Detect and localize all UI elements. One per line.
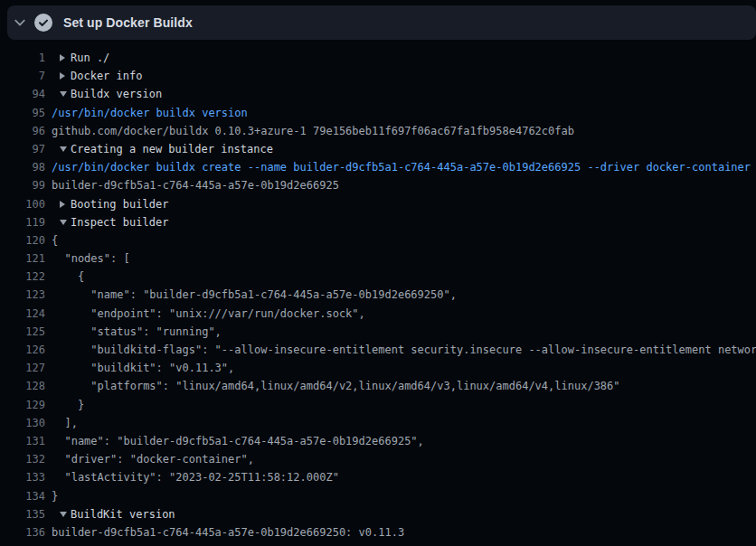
line-number-link[interactable]: 128 bbox=[0, 377, 45, 395]
output-text: "driver": "docker-container", bbox=[52, 450, 254, 468]
log-group-toggle[interactable]: Run ./ bbox=[45, 49, 756, 67]
output-text: "buildkitd-flags": "--allow-insecure-ent… bbox=[52, 341, 756, 359]
output-text: "status": "running", bbox=[52, 323, 222, 341]
output-text: { bbox=[52, 231, 58, 249]
triangle-glyph bbox=[60, 201, 65, 208]
log-line: 132 "driver": "docker-container", bbox=[0, 450, 756, 468]
group-title: Creating a new builder instance bbox=[71, 140, 273, 158]
command-text: /usr/bin/docker buildx version bbox=[52, 104, 248, 122]
output-text: "lastActivity": "2023-02-25T11:58:12.000… bbox=[52, 468, 339, 486]
line-number-link[interactable]: 94 bbox=[0, 85, 45, 103]
log-text-line: } bbox=[45, 396, 756, 414]
log-text-line: "status": "running", bbox=[45, 323, 756, 341]
line-number-link[interactable]: 133 bbox=[0, 468, 45, 486]
log-text-line: ], bbox=[45, 414, 756, 432]
log-line: 130 ], bbox=[0, 414, 756, 432]
log-line: 129 } bbox=[0, 396, 756, 414]
log-line: 133 "lastActivity": "2023-02-25T11:58:12… bbox=[0, 468, 756, 486]
group-title: Buildx version bbox=[71, 85, 162, 103]
line-number-link[interactable]: 127 bbox=[0, 359, 45, 377]
triangle-glyph bbox=[60, 220, 67, 225]
log-group-toggle[interactable]: BuildKit version bbox=[45, 505, 756, 523]
line-number-link[interactable]: 121 bbox=[0, 249, 45, 268]
line-number-link[interactable]: 124 bbox=[0, 305, 45, 323]
chevron-down-icon[interactable] bbox=[13, 15, 27, 30]
group-expanded-icon bbox=[60, 146, 71, 152]
log-line: 126 "buildkitd-flags": "--allow-insecure… bbox=[0, 341, 756, 359]
log-line: 96github.com/docker/buildx 0.10.3+azure-… bbox=[0, 122, 756, 140]
command-text: /usr/bin/docker buildx create --name bui… bbox=[52, 158, 751, 176]
log-group-toggle[interactable]: Docker info bbox=[45, 67, 756, 85]
output-text: } bbox=[52, 396, 84, 414]
log-line: 1Run ./ bbox=[0, 49, 756, 67]
output-text: "name": "builder-d9cfb5a1-c764-445a-a57e… bbox=[52, 432, 424, 450]
line-number-link[interactable]: 132 bbox=[0, 450, 45, 468]
line-number-link[interactable]: 119 bbox=[0, 213, 45, 231]
log-group-toggle[interactable]: Creating a new builder instance bbox=[45, 140, 756, 158]
line-number-link[interactable]: 95 bbox=[0, 104, 45, 122]
step-header[interactable]: Set up Docker Buildx bbox=[7, 5, 756, 40]
log-group-toggle[interactable]: Booting builder bbox=[45, 195, 756, 213]
line-number-link[interactable]: 131 bbox=[0, 432, 45, 450]
line-number-link[interactable]: 7 bbox=[0, 67, 45, 85]
triangle-glyph bbox=[60, 91, 67, 97]
log-line: 123 "name": "builder-d9cfb5a1-c764-445a-… bbox=[0, 286, 756, 304]
line-number-link[interactable]: 1 bbox=[0, 49, 45, 67]
group-collapsed-icon bbox=[60, 72, 71, 80]
log-line: 100Booting builder bbox=[0, 195, 756, 213]
line-number-link[interactable]: 136 bbox=[0, 523, 45, 541]
line-number-link[interactable]: 129 bbox=[0, 396, 45, 414]
log-line: 95/usr/bin/docker buildx version bbox=[0, 104, 756, 122]
output-text: builder-d9cfb5a1-c764-445a-a57e-0b19d2e6… bbox=[52, 176, 339, 194]
log-text-line: "endpoint": "unix:///var/run/docker.sock… bbox=[45, 305, 756, 323]
group-title: Booting builder bbox=[71, 195, 168, 213]
line-number-link[interactable]: 135 bbox=[0, 505, 45, 523]
log-text-line: github.com/docker/buildx 0.10.3+azure-1 … bbox=[45, 122, 756, 140]
group-expanded-icon bbox=[60, 512, 71, 517]
log-text-line: builder-d9cfb5a1-c764-445a-a57e-0b19d2e6… bbox=[45, 523, 756, 541]
line-number-link[interactable]: 123 bbox=[0, 286, 45, 304]
group-title: Run ./ bbox=[71, 49, 109, 67]
log-line: 125 "status": "running", bbox=[0, 323, 756, 341]
group-title: BuildKit version bbox=[71, 505, 175, 523]
log-text-line: "name": "builder-d9cfb5a1-c764-445a-a57e… bbox=[45, 432, 756, 450]
log-text-line: { bbox=[45, 231, 756, 249]
log-text-line: /usr/bin/docker buildx create --name bui… bbox=[45, 158, 756, 176]
log-line: 124 "endpoint": "unix:///var/run/docker.… bbox=[0, 305, 756, 323]
line-number-link[interactable]: 120 bbox=[0, 231, 45, 249]
line-number-link[interactable]: 97 bbox=[0, 140, 45, 158]
log-text-line: { bbox=[45, 268, 756, 286]
log-line: 136builder-d9cfb5a1-c764-445a-a57e-0b19d… bbox=[0, 523, 756, 541]
line-number-link[interactable]: 96 bbox=[0, 122, 45, 140]
output-text: } bbox=[52, 487, 58, 505]
line-number-link[interactable]: 122 bbox=[0, 268, 45, 286]
line-number-link[interactable]: 134 bbox=[0, 487, 45, 505]
log-text-line: "buildkit": "v0.11.3", bbox=[45, 359, 756, 377]
log-line: 97Creating a new builder instance bbox=[0, 140, 756, 158]
group-title: Docker info bbox=[71, 67, 142, 85]
log-lines-container: 1Run ./7Docker info94Buildx version95/us… bbox=[0, 40, 756, 546]
output-text: "name": "builder-d9cfb5a1-c764-445a-a57e… bbox=[52, 286, 457, 304]
log-line: 135BuildKit version bbox=[0, 505, 756, 523]
log-line: 7Docker info bbox=[0, 67, 756, 85]
log-line: 127 "buildkit": "v0.11.3", bbox=[0, 359, 756, 377]
log-text-line: /usr/bin/docker buildx version bbox=[45, 104, 756, 122]
log-text-line: "lastActivity": "2023-02-25T11:58:12.000… bbox=[45, 468, 756, 486]
log-text-line: "name": "builder-d9cfb5a1-c764-445a-a57e… bbox=[45, 286, 756, 304]
line-number-link[interactable]: 126 bbox=[0, 341, 45, 359]
log-line: 121 "nodes": [ bbox=[0, 249, 756, 268]
log-group-toggle[interactable]: Buildx version bbox=[45, 85, 756, 103]
output-text: ], bbox=[52, 414, 78, 432]
line-number-link[interactable]: 100 bbox=[0, 195, 45, 213]
triangle-glyph bbox=[60, 512, 67, 517]
line-number-link[interactable]: 98 bbox=[0, 158, 45, 176]
output-text: "platforms": "linux/amd64,linux/amd64/v2… bbox=[52, 377, 620, 395]
log-line: 99builder-d9cfb5a1-c764-445a-a57e-0b19d2… bbox=[0, 176, 756, 194]
line-number-link[interactable]: 99 bbox=[0, 176, 45, 194]
line-number-link[interactable]: 130 bbox=[0, 414, 45, 432]
log-group-toggle[interactable]: Inspect builder bbox=[45, 213, 756, 231]
output-text: "endpoint": "unix:///var/run/docker.sock… bbox=[52, 305, 365, 323]
output-text: "nodes": [ bbox=[52, 249, 130, 268]
output-text: "buildkit": "v0.11.3", bbox=[52, 359, 234, 377]
line-number-link[interactable]: 125 bbox=[0, 323, 45, 341]
